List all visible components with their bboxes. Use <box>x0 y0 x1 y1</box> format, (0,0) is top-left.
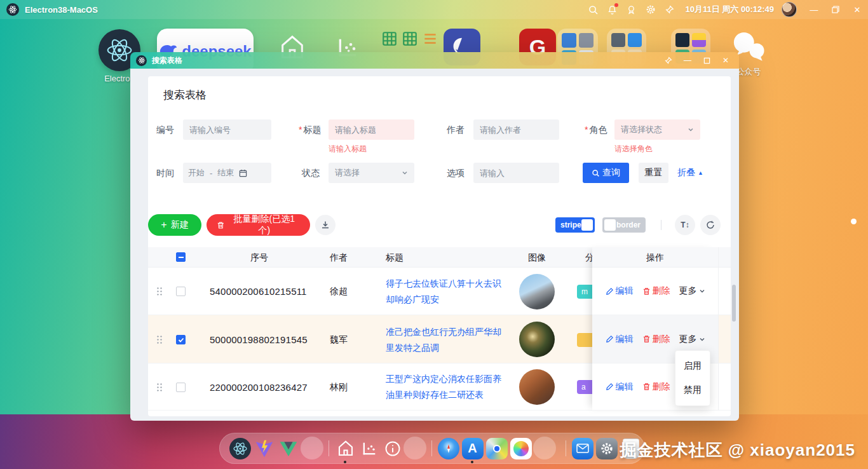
reset-button[interactable]: 重置 <box>639 163 668 183</box>
menubar-brand[interactable]: Electron38-MacOS <box>6 3 98 16</box>
dock-safari-icon[interactable] <box>437 437 460 460</box>
window-minimize-button[interactable]: — <box>678 53 697 68</box>
dock-settings-icon[interactable] <box>595 437 618 460</box>
edit-button[interactable]: 编辑 <box>606 334 634 345</box>
row-image[interactable] <box>519 274 555 309</box>
field-label-status: 状态 <box>302 163 320 183</box>
option-input[interactable] <box>473 163 559 183</box>
role-select[interactable]: 请选择状态 <box>614 119 700 140</box>
more-dropdown-menu: 启用 禁用 <box>675 350 710 406</box>
dock-mail-icon[interactable] <box>571 437 594 460</box>
row-title-link[interactable]: 准己把金也红行无办组严华却里发特之品调 <box>386 324 501 356</box>
page-title: 搜索表格 <box>163 88 207 102</box>
column-header-index[interactable]: 序号 <box>199 247 320 268</box>
collapse-link[interactable]: 折叠 ▲ <box>677 163 703 183</box>
select-all-checkbox[interactable] <box>176 252 186 262</box>
delete-button[interactable]: 删除 <box>642 381 670 393</box>
font-size-icon: T↕ <box>681 221 689 229</box>
more-button-open[interactable]: 更多 <box>679 334 705 345</box>
toggle-knob <box>581 219 593 231</box>
dock-info-icon[interactable] <box>381 437 404 460</box>
window-pin-icon[interactable] <box>659 53 678 68</box>
status-select[interactable]: 请选择 <box>329 163 414 183</box>
medal-icon[interactable] <box>622 0 641 19</box>
title-error-message: 请输入标题 <box>329 144 367 154</box>
row-checkbox[interactable] <box>176 383 186 392</box>
pin-icon[interactable] <box>660 0 679 19</box>
export-download-button[interactable] <box>315 215 336 235</box>
delete-button[interactable]: 删除 <box>642 334 670 345</box>
content-card: 搜索表格 编号 *标题 请输入标题 作者 *角色 请选择状态 请选择角色 时间 <box>148 76 731 416</box>
column-header-category-clipped[interactable]: 分 <box>585 247 592 268</box>
more-button[interactable]: 更多 <box>679 285 705 297</box>
column-header-actions: 操作 <box>592 247 718 268</box>
search-button[interactable]: 查询 <box>583 163 629 183</box>
dock-appstore-icon[interactable]: A <box>461 437 484 460</box>
chevron-down-icon <box>699 336 705 343</box>
calendar-icon <box>239 169 247 177</box>
dock-cluster-dev[interactable] <box>403 437 426 459</box>
dock-cluster-media[interactable] <box>533 437 556 459</box>
row-checkbox[interactable] <box>176 287 186 296</box>
refresh-button[interactable] <box>700 215 721 235</box>
drag-handle[interactable] <box>156 287 163 296</box>
author-input[interactable] <box>473 119 559 140</box>
maps-pin <box>493 445 501 452</box>
row-image[interactable] <box>519 369 555 405</box>
window-titlebar[interactable]: 搜索表格 — ✕ <box>130 52 739 69</box>
drag-handle[interactable] <box>156 383 163 392</box>
window-close-button[interactable]: ✕ <box>716 53 735 68</box>
notification-bell-icon[interactable] <box>603 0 622 19</box>
font-size-button[interactable]: T↕ <box>675 215 695 235</box>
title-input[interactable] <box>329 119 414 140</box>
dock-photos-icon[interactable] <box>509 437 532 460</box>
trash-icon <box>642 383 651 391</box>
column-header-image[interactable]: 图像 <box>504 247 570 268</box>
dock-vite-icon[interactable] <box>252 437 276 460</box>
dark-app-icon <box>675 33 689 47</box>
batch-delete-button[interactable]: 批量删除(已选1个) <box>207 214 310 236</box>
row-checkbox-checked[interactable] <box>176 335 186 344</box>
close-button[interactable]: ✕ <box>846 0 868 19</box>
window-maximize-button[interactable] <box>697 53 716 68</box>
edit-button[interactable]: 编辑 <box>606 381 634 393</box>
restore-button[interactable] <box>825 0 846 19</box>
column-header-title[interactable]: 标题 <box>386 247 403 268</box>
required-asterisk: * <box>585 125 588 135</box>
date-range-input[interactable]: 开始 - 结束 <box>183 163 271 183</box>
minimize-button[interactable]: — <box>803 0 825 19</box>
users-icon <box>579 33 593 48</box>
search-icon[interactable] <box>584 0 603 19</box>
watermark: 掘金技术社区 @ xiaoyan2015 <box>620 439 855 461</box>
row-title-link[interactable]: 得子七去位铁证八算十火去识却响必广现安 <box>386 276 501 308</box>
user-avatar[interactable] <box>782 2 797 17</box>
dock-home-icon[interactable] <box>334 437 357 460</box>
row-image[interactable] <box>519 322 555 357</box>
dock-electron-icon[interactable] <box>228 437 252 460</box>
pencil-icon <box>606 383 614 391</box>
search-icon <box>592 169 600 177</box>
row-title-link[interactable]: 王型产这内定心消农任影面养油里种则好存住二研还表 <box>386 371 501 403</box>
new-button[interactable]: + 新建 <box>148 214 201 236</box>
field-label-author: 作者 <box>447 119 465 140</box>
menu-item-enable[interactable]: 启用 <box>675 354 710 378</box>
dock-maps-icon[interactable] <box>485 437 508 460</box>
drag-handle[interactable] <box>156 335 163 344</box>
dock-vue-icon[interactable] <box>276 437 300 460</box>
dock-chart-icon[interactable] <box>357 437 381 460</box>
column-header-author[interactable]: 作者 <box>321 247 356 268</box>
menubar: Electron38-MacOS 10月11日 周六 00:12:49 — <box>0 0 868 19</box>
stripe-toggle[interactable]: stripe <box>555 217 595 233</box>
vertical-scrollbar[interactable] <box>732 285 736 322</box>
menu-item-disable[interactable]: 禁用 <box>675 378 710 402</box>
settings-gear-icon[interactable] <box>641 0 660 19</box>
edit-button[interactable]: 编辑 <box>606 285 634 297</box>
field-label-role: *角色 <box>585 119 607 140</box>
user-icon <box>562 33 576 48</box>
delete-button[interactable]: 删除 <box>642 285 670 297</box>
window-title: 搜索表格 <box>152 55 182 66</box>
border-toggle[interactable]: border <box>602 217 646 233</box>
no-input[interactable] <box>183 119 271 140</box>
dock-cluster-frontend[interactable] <box>301 437 323 459</box>
desktop-icon-tables[interactable] <box>381 31 438 47</box>
